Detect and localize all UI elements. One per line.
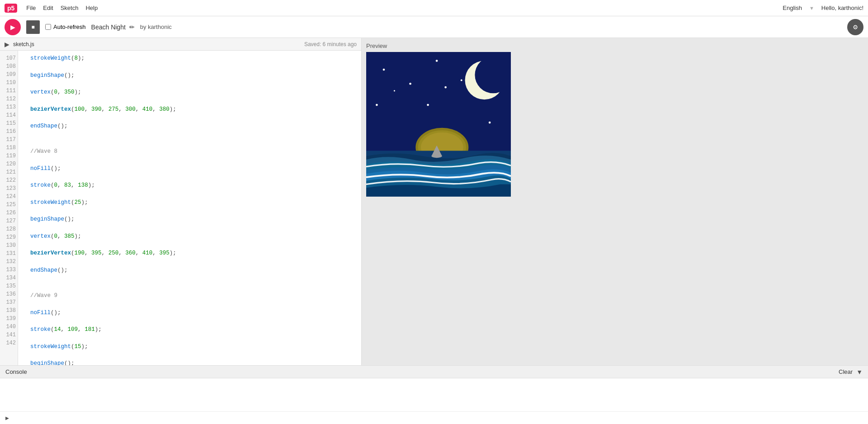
nav-help[interactable]: Help bbox=[85, 5, 98, 11]
sketch-name-text: Beach Night bbox=[91, 24, 126, 31]
editor-panel: ▶ sketch.js Saved: 6 minutes ago 1071081… bbox=[0, 38, 362, 365]
stop-icon: ■ bbox=[31, 24, 34, 30]
svg-point-11 bbox=[461, 79, 462, 81]
svg-point-13 bbox=[475, 57, 511, 93]
play-icon: ▶ bbox=[10, 24, 15, 31]
stop-button[interactable]: ■ bbox=[26, 20, 40, 34]
console-prompt-icon: ▶ bbox=[5, 415, 9, 422]
preview-label: Preview bbox=[366, 42, 863, 49]
user-greeting[interactable]: Hello, karthonic! bbox=[821, 5, 863, 11]
gear-icon: ⚙ bbox=[853, 23, 858, 32]
nav-menu: File Edit Sketch Help bbox=[26, 5, 98, 11]
svg-point-10 bbox=[394, 90, 395, 91]
code-container: 107108109110111 112113114115116 11711811… bbox=[0, 51, 361, 365]
file-name: sketch.js bbox=[13, 41, 34, 47]
console-panel: Console Clear ▼ ▶ bbox=[0, 365, 868, 424]
p5-logo[interactable]: p5 bbox=[5, 4, 17, 13]
auto-refresh-checkbox[interactable] bbox=[45, 24, 51, 30]
console-collapse-icon[interactable]: ▼ bbox=[856, 368, 863, 376]
svg-point-5 bbox=[444, 86, 447, 89]
settings-button[interactable]: ⚙ bbox=[847, 19, 863, 35]
console-actions: Clear ▼ bbox=[839, 368, 863, 376]
auto-refresh-text: Auto-refresh bbox=[53, 24, 86, 30]
toolbar: ▶ ■ Auto-refresh Beach Night ✏ by kartho… bbox=[0, 16, 868, 38]
edit-sketch-name-icon[interactable]: ✏ bbox=[129, 24, 135, 31]
author-label: by karthonic bbox=[140, 24, 172, 30]
code-editor[interactable]: strokeWeight(8); beginShape(); vertex(0,… bbox=[18, 51, 361, 365]
nav-edit[interactable]: Edit bbox=[43, 5, 53, 11]
svg-point-18 bbox=[431, 154, 442, 158]
console-footer: ▶ bbox=[0, 411, 868, 424]
console-body bbox=[0, 378, 868, 411]
svg-point-6 bbox=[376, 104, 378, 106]
canvas-area bbox=[366, 52, 511, 197]
console-title: Console bbox=[5, 368, 27, 375]
lang-chevron: ▼ bbox=[809, 5, 814, 11]
sketch-name: Beach Night ✏ bbox=[91, 24, 135, 31]
svg-point-3 bbox=[409, 83, 411, 85]
svg-point-7 bbox=[427, 104, 429, 106]
main: ▶ sketch.js Saved: 6 minutes ago 1071081… bbox=[0, 38, 868, 424]
svg-point-8 bbox=[489, 122, 491, 124]
beach-night-canvas bbox=[366, 52, 511, 197]
preview-panel: Preview bbox=[362, 38, 868, 365]
language-selector[interactable]: English bbox=[783, 5, 802, 11]
clear-console-button[interactable]: Clear bbox=[839, 368, 853, 375]
svg-point-2 bbox=[383, 69, 385, 71]
nav-sketch[interactable]: Sketch bbox=[61, 5, 79, 11]
editor-header: ▶ sketch.js Saved: 6 minutes ago bbox=[0, 38, 361, 51]
line-numbers: 107108109110111 112113114115116 11711811… bbox=[0, 51, 18, 365]
play-button[interactable]: ▶ bbox=[5, 19, 21, 35]
nav-file[interactable]: File bbox=[26, 5, 36, 11]
editor-preview: ▶ sketch.js Saved: 6 minutes ago 1071081… bbox=[0, 38, 868, 365]
top-nav: p5 File Edit Sketch Help English ▼ Hello… bbox=[0, 0, 868, 16]
expand-files-arrow[interactable]: ▶ bbox=[5, 41, 9, 48]
nav-right: English ▼ Hello, karthonic! bbox=[783, 5, 863, 11]
svg-point-4 bbox=[436, 60, 438, 62]
auto-refresh-label: Auto-refresh bbox=[45, 24, 86, 30]
console-header: Console Clear ▼ bbox=[0, 366, 868, 378]
saved-time: Saved: 6 minutes ago bbox=[304, 41, 357, 47]
